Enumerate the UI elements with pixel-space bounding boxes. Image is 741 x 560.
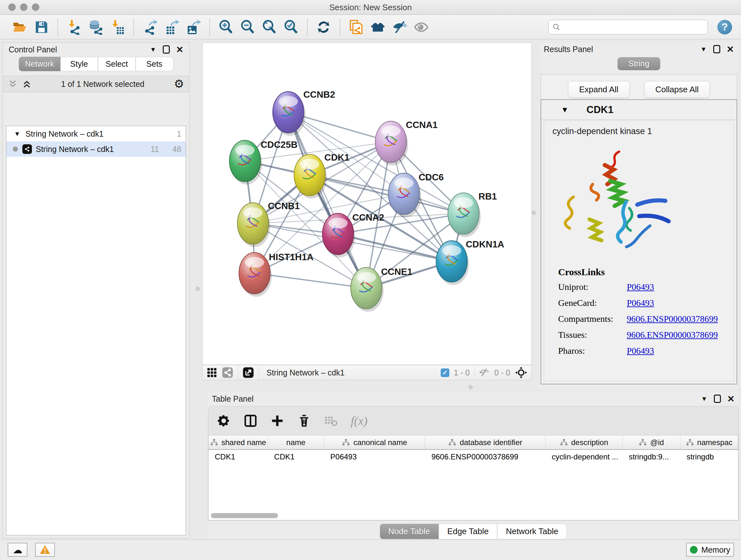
collapse-entry-icon[interactable]: ▼ (561, 105, 569, 114)
crosslink-link[interactable]: 9606.ENSP00000378699 (627, 330, 718, 340)
show-columns-icon[interactable] (244, 414, 258, 428)
expand-all-button[interactable]: Expand All (568, 81, 630, 98)
import-table-button[interactable] (109, 18, 126, 36)
refresh-layout-button[interactable] (315, 18, 333, 36)
open-session-button[interactable] (11, 18, 29, 36)
network-row[interactable]: String Network – cdk1 11 48 (6, 141, 186, 157)
tree-expand-icon[interactable]: ▼ (14, 130, 20, 138)
memory-button[interactable]: Memory (686, 543, 734, 557)
network-node-cdkn1a[interactable]: CDKN1A (436, 239, 504, 285)
column-header[interactable]: description (545, 435, 622, 449)
vertical-splitter-handle[interactable] (532, 211, 536, 215)
table-settings-gear-icon[interactable] (217, 414, 231, 428)
window-title: Session: New Session (0, 3, 741, 12)
gear-icon[interactable]: ⚙ (174, 78, 184, 90)
show-all-button[interactable] (412, 18, 430, 36)
column-header[interactable]: @id (622, 435, 680, 449)
crosslink-link[interactable]: 9606.ENSP00000378699 (627, 314, 718, 324)
export-image-button[interactable] (185, 18, 202, 36)
grid-view-icon[interactable] (206, 367, 217, 378)
panel-float-icon[interactable] (163, 45, 170, 54)
pan-mode-icon[interactable] (515, 366, 528, 379)
panel-float-icon[interactable] (714, 395, 721, 403)
detach-view-icon[interactable] (243, 367, 254, 378)
zoom-fit-button[interactable] (260, 18, 278, 36)
zoom-in-icon (218, 19, 233, 35)
toolbar-separator (238, 365, 238, 380)
search-input[interactable] (563, 23, 704, 32)
panel-menu-icon[interactable]: ▼ (700, 46, 707, 53)
panel-close-icon[interactable]: ✕ (727, 44, 734, 55)
clone-network-button[interactable] (347, 18, 365, 36)
search-box (548, 20, 708, 35)
import-network-button[interactable] (65, 18, 83, 36)
tab-network[interactable]: Network (19, 57, 60, 71)
column-header[interactable]: namespac (680, 435, 738, 449)
import-network-from-database-button[interactable] (87, 18, 105, 36)
network-node-cdk1[interactable]: CDK1 (294, 152, 349, 199)
panel-menu-icon[interactable]: ▼ (150, 46, 156, 53)
vertical-splitter-handle[interactable] (196, 287, 200, 291)
column-header[interactable]: shared name (208, 435, 268, 449)
network-node-cdc6[interactable]: CDC6 (388, 172, 444, 217)
hide-selected-button[interactable] (391, 18, 408, 36)
warnings-button[interactable] (35, 543, 55, 557)
column-header[interactable]: database identifier (425, 435, 545, 449)
warning-icon (40, 544, 51, 555)
crosslink-label: Uniprot: (558, 282, 627, 292)
cloud-button[interactable]: ☁ (8, 543, 27, 557)
network-collection-row[interactable]: ▼ String Network – cdk1 1 (6, 126, 186, 141)
node-count: 11 (151, 145, 159, 154)
tab-style[interactable]: Style (60, 57, 98, 71)
zoom-out-button[interactable] (239, 18, 257, 36)
collapse-all-icon[interactable] (22, 79, 31, 89)
panel-float-icon[interactable] (713, 45, 720, 53)
zoom-in-button[interactable] (217, 18, 235, 36)
first-neighbors-button[interactable] (369, 18, 387, 36)
tab-network-table[interactable]: Network Table (497, 523, 567, 539)
horizontal-scrollbar[interactable] (211, 513, 278, 518)
export-network-button[interactable] (141, 18, 159, 36)
save-session-button[interactable] (32, 18, 51, 36)
crosslink-link[interactable]: P06493 (627, 298, 654, 308)
delete-column-icon[interactable] (297, 414, 311, 428)
crosslink-link[interactable]: P06493 (627, 346, 654, 356)
table-row[interactable]: CDK1 CDK1 P06493 9606.ENSP00000378699 cy… (208, 449, 738, 463)
node-detail-card: ▼ CDK1 cyclin-dependent kinase 1 (541, 99, 737, 384)
tab-node-table[interactable]: Node Table (380, 523, 439, 539)
tab-string[interactable]: String (617, 57, 660, 70)
horizontal-splitter-handle[interactable] (468, 385, 473, 389)
results-panel-title: Results Panel (544, 45, 593, 54)
crosslink-row: Pharos: P06493 (558, 346, 734, 356)
column-header[interactable]: name (268, 435, 324, 449)
selected-count: 1 - 0 (454, 368, 470, 377)
selected-nodes-checkbox[interactable]: ✓ (441, 368, 449, 377)
network-node-hist1h1a[interactable]: HIST1H1A (239, 252, 314, 297)
node-detail-header[interactable]: ▼ CDK1 (541, 100, 737, 120)
panel-close-icon[interactable]: ✕ (727, 394, 735, 404)
network-node-ccnb1[interactable]: CCNB1 (238, 201, 300, 247)
column-header[interactable]: canonical name (324, 435, 425, 449)
crosslink-label: Compartments: (558, 314, 627, 324)
birdseye-view-icon[interactable] (222, 367, 233, 378)
collapse-all-button[interactable]: Collapse All (644, 81, 710, 98)
crosslink-link[interactable]: P06493 (627, 282, 654, 292)
help-button[interactable]: ? (718, 20, 732, 35)
network-canvas[interactable]: CCNB2CCNA1CDC25BCDK1CDC6RB1CCNB1CCNA2CDK… (202, 43, 532, 365)
zoom-selected-button[interactable] (282, 18, 300, 36)
panel-close-icon[interactable]: ✕ (176, 44, 184, 55)
network-node-ccnb2[interactable]: CCNB2 (273, 89, 335, 136)
export-table-button[interactable] (163, 18, 181, 36)
tab-sets[interactable]: Sets (136, 57, 173, 71)
network-node-cdc25b[interactable]: CDC25B (229, 139, 298, 185)
search-icon (552, 23, 561, 31)
network-node-ccna1[interactable]: CCNA1 (375, 120, 437, 165)
network-node-ccne1[interactable]: CCNE1 (351, 266, 412, 312)
network-node-rb1[interactable]: RB1 (448, 191, 497, 237)
network-selected-summary: 1 of 1 Network selected (31, 79, 174, 89)
add-column-icon[interactable] (270, 414, 284, 428)
tab-edge-table[interactable]: Edge Table (439, 523, 497, 539)
expand-all-icon[interactable] (8, 79, 17, 89)
panel-menu-icon[interactable]: ▼ (701, 395, 708, 402)
tab-select[interactable]: Select (98, 57, 136, 71)
